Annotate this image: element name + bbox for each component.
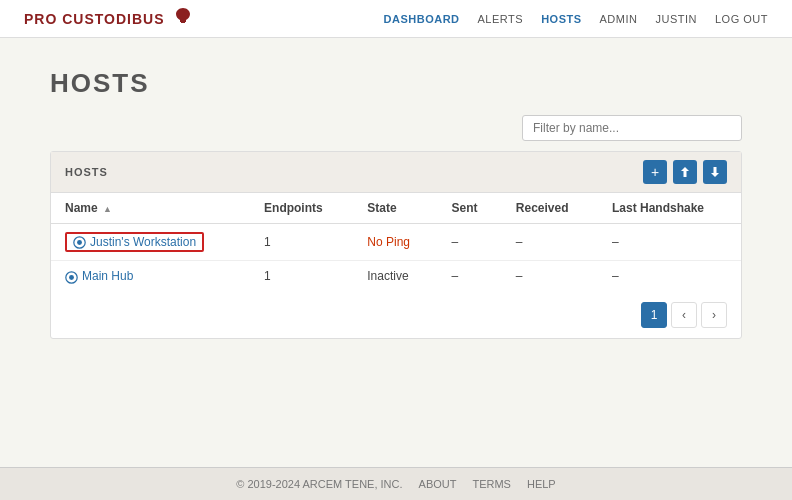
cell-received-2: – xyxy=(502,261,598,292)
footer-about[interactable]: ABOUT xyxy=(419,478,457,490)
host-link-justins-workstation[interactable]: Justin's Workstation xyxy=(73,235,196,249)
logo-text: PRO CUSTODIBUS xyxy=(24,11,165,27)
download-button[interactable] xyxy=(703,160,727,184)
main-content: HOSTS HOSTS + xyxy=(0,38,792,467)
nav-justin[interactable]: JUSTIN xyxy=(655,13,697,25)
page-title: HOSTS xyxy=(50,68,742,99)
nav-dashboard[interactable]: DASHBOARD xyxy=(384,13,460,25)
main-nav: DASHBOARD ALERTS HOSTS ADMIN JUSTIN LOG … xyxy=(384,13,768,25)
table-head: Name ▲ Endpoints State Sent Received Las… xyxy=(51,193,741,224)
col-last-handshake: Last Handshake xyxy=(598,193,741,224)
page-1-button[interactable]: 1 xyxy=(641,302,667,328)
host-link-mainhub[interactable]: Main Hub xyxy=(65,269,236,283)
nav-logout[interactable]: LOG OUT xyxy=(715,13,768,25)
upload-button[interactable] xyxy=(673,160,697,184)
svg-point-1 xyxy=(77,240,82,245)
cell-received-1: – xyxy=(502,224,598,261)
table-row: Justin's Workstation 1 No Ping – – – xyxy=(51,224,741,261)
footer-terms[interactable]: TERMS xyxy=(472,478,511,490)
cell-name: Justin's Workstation xyxy=(51,224,250,261)
nav-alerts[interactable]: ALERTS xyxy=(478,13,524,25)
prev-page-button[interactable]: ‹ xyxy=(671,302,697,328)
col-sent: Sent xyxy=(438,193,502,224)
table-row: Main Hub 1 Inactive – – – xyxy=(51,261,741,292)
col-state: State xyxy=(353,193,437,224)
footer-copyright: © 2019-2024 ARCEM TENE, INC. xyxy=(236,478,402,490)
hosts-card-title: HOSTS xyxy=(65,166,108,178)
hosts-table: Name ▲ Endpoints State Sent Received Las… xyxy=(51,193,741,292)
state-no-ping: No Ping xyxy=(367,235,410,249)
table-body: Justin's Workstation 1 No Ping – – – xyxy=(51,224,741,292)
hosts-card: HOSTS + Name ▲ Endpo xyxy=(50,151,742,339)
sort-arrow-name: ▲ xyxy=(103,204,112,214)
logo: PRO CUSTODIBUS xyxy=(24,6,193,31)
cell-handshake-2: – xyxy=(598,261,741,292)
cell-endpoints-2: 1 xyxy=(250,261,353,292)
host-icon-mainhub xyxy=(65,269,78,283)
cell-name-2: Main Hub xyxy=(51,261,250,292)
host-name-justins: Justin's Workstation xyxy=(90,235,196,249)
svg-point-3 xyxy=(69,275,74,280)
next-page-button[interactable]: › xyxy=(701,302,727,328)
add-host-button[interactable]: + xyxy=(643,160,667,184)
filter-row xyxy=(50,115,742,141)
nav-admin[interactable]: ADMIN xyxy=(600,13,638,25)
footer-help[interactable]: HELP xyxy=(527,478,556,490)
cell-state-2: Inactive xyxy=(353,261,437,292)
col-received: Received xyxy=(502,193,598,224)
app-header: PRO CUSTODIBUS DASHBOARD ALERTS HOSTS AD… xyxy=(0,0,792,38)
nav-hosts[interactable]: HOSTS xyxy=(541,13,581,25)
app-footer: © 2019-2024 ARCEM TENE, INC. ABOUT TERMS… xyxy=(0,467,792,500)
host-icon-justins xyxy=(73,235,86,249)
footer-links: © 2019-2024 ARCEM TENE, INC. ABOUT TERMS… xyxy=(24,478,768,490)
cell-sent-1: – xyxy=(438,224,502,261)
state-inactive: Inactive xyxy=(367,269,408,283)
col-endpoints: Endpoints xyxy=(250,193,353,224)
hosts-card-header: HOSTS + xyxy=(51,152,741,193)
col-name: Name ▲ xyxy=(51,193,250,224)
cell-sent-2: – xyxy=(438,261,502,292)
cell-state-1: No Ping xyxy=(353,224,437,261)
cell-handshake-1: – xyxy=(598,224,741,261)
logo-icon xyxy=(173,6,193,31)
cell-endpoints-1: 1 xyxy=(250,224,353,261)
card-actions: + xyxy=(643,160,727,184)
host-name-mainhub: Main Hub xyxy=(82,269,133,283)
filter-input[interactable] xyxy=(522,115,742,141)
pagination: 1 ‹ › xyxy=(51,292,741,338)
